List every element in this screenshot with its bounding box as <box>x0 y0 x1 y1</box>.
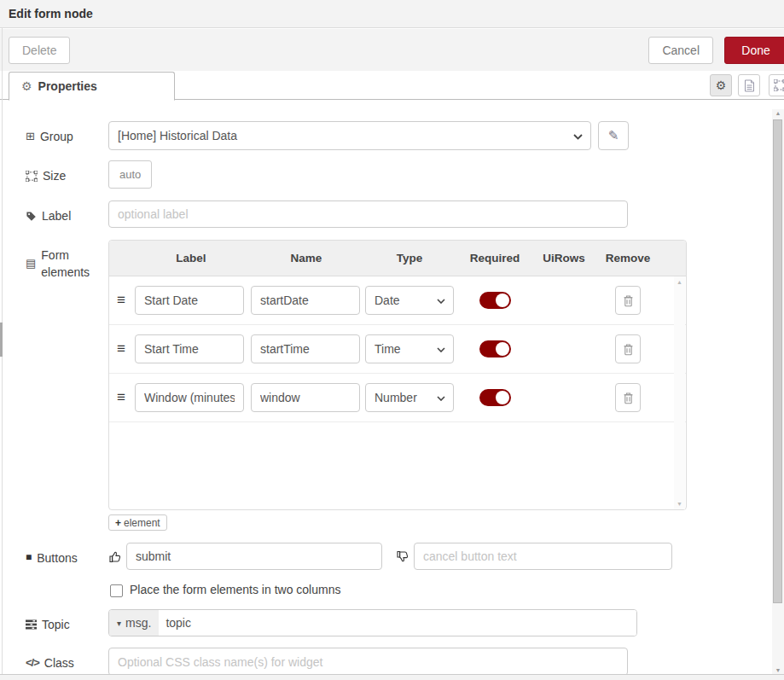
dialog-toolbar: Delete Cancel Done <box>0 29 784 71</box>
buttons-label: ■ Buttons <box>26 543 108 567</box>
element-name-input[interactable] <box>251 286 360 315</box>
list-scrollbar[interactable]: ▲ ▼ <box>674 276 685 509</box>
element-name-input[interactable] <box>251 383 360 412</box>
description-pane-button[interactable] <box>738 74 760 96</box>
required-toggle[interactable] <box>479 389 511 406</box>
scroll-up-icon[interactable]: ▲ <box>674 279 685 285</box>
size-row: Size auto <box>26 160 152 189</box>
plus-icon: + <box>115 517 121 529</box>
element-label-input[interactable] <box>135 383 244 412</box>
form-elements-list: ≡ Date <box>109 276 686 510</box>
object-group-icon <box>774 79 784 91</box>
dialog-title: Edit form node <box>0 0 784 20</box>
trash-icon <box>623 343 634 356</box>
topic-row: Topic ▾ msg. <box>26 609 637 636</box>
size-auto-button[interactable]: auto <box>108 160 152 189</box>
col-header-name: Name <box>249 252 363 264</box>
scrollbar-thumb[interactable] <box>773 119 782 603</box>
drag-handle-icon[interactable]: ≡ <box>109 292 133 309</box>
chevron-down-icon <box>437 347 445 352</box>
thumbs-up-icon <box>108 549 123 564</box>
chevron-down-icon <box>573 134 583 140</box>
topic-value-input[interactable] <box>159 610 636 636</box>
code-icon: </> <box>26 654 39 671</box>
object-group-icon <box>26 167 38 184</box>
size-label: Size <box>26 160 108 184</box>
scroll-up-icon[interactable]: ▲ <box>772 110 784 116</box>
done-button[interactable]: Done <box>724 37 784 64</box>
remove-element-button[interactable] <box>615 334 641 363</box>
dialog-scrollbar[interactable]: ▲ ▼ <box>772 109 784 674</box>
required-toggle[interactable] <box>479 292 511 309</box>
cancel-button-text-input[interactable] <box>414 543 672 570</box>
topic-typed-input: ▾ msg. <box>108 609 637 636</box>
list-alt-icon: ▤ <box>26 247 36 282</box>
col-header-required: Required <box>456 252 534 264</box>
topic-type-selector[interactable]: ▾ msg. <box>109 610 159 636</box>
required-toggle[interactable] <box>479 340 511 357</box>
col-header-label: Label <box>133 252 249 264</box>
form-element-row-3: ≡ Number <box>109 374 686 422</box>
label-input[interactable] <box>108 201 628 228</box>
element-type-select[interactable]: Time <box>365 334 454 363</box>
drag-handle-icon[interactable]: ≡ <box>109 340 133 357</box>
remove-element-button[interactable] <box>615 286 641 315</box>
tab-bar: ⚙ Properties ⚙ <box>0 72 784 100</box>
col-header-type: Type <box>363 252 456 264</box>
caret-down-icon: ▾ <box>117 619 121 628</box>
element-type-select[interactable]: Number <box>365 383 454 412</box>
label-label: Label <box>26 201 108 224</box>
class-input[interactable] <box>108 648 628 676</box>
thumbs-down-icon <box>396 549 410 564</box>
properties-pane-button[interactable]: ⚙ <box>710 74 732 96</box>
scroll-down-icon[interactable]: ▼ <box>674 501 685 507</box>
gear-icon: ⚙ <box>716 78 727 92</box>
two-columns-label: Place the form elements in two columns <box>130 583 340 596</box>
topic-label: Topic <box>26 609 108 633</box>
topic-type-label: msg. <box>125 616 151 630</box>
resize-handle[interactable] <box>0 323 3 357</box>
drag-handle-icon[interactable]: ≡ <box>109 389 133 406</box>
col-header-uirows: UiRows <box>534 252 594 264</box>
square-icon: ■ <box>26 549 32 567</box>
trash-icon <box>623 294 634 307</box>
edit-group-button[interactable]: ✎ <box>598 121 629 150</box>
dialog-header: Edit form node <box>0 0 784 28</box>
remove-element-button[interactable] <box>615 383 641 412</box>
add-element-button[interactable]: + element <box>108 514 167 531</box>
chevron-down-icon <box>437 396 445 401</box>
trash-icon <box>623 392 634 404</box>
scroll-down-icon[interactable]: ▼ <box>772 667 784 673</box>
group-label: ⊞ Group <box>26 121 108 145</box>
two-columns-checkbox[interactable] <box>110 584 123 597</box>
tasks-icon <box>26 616 37 633</box>
document-icon <box>744 79 755 92</box>
table-icon: ⊞ <box>26 128 35 145</box>
pencil-icon: ✎ <box>608 128 619 143</box>
chevron-down-icon <box>437 299 445 304</box>
dashboard-layout-button[interactable] <box>769 74 784 96</box>
form-element-row-1: ≡ Date <box>109 276 686 325</box>
class-row: </> Class <box>26 648 628 676</box>
element-name-input[interactable] <box>251 334 360 363</box>
element-label-input[interactable] <box>135 286 244 315</box>
element-type-select[interactable]: Date <box>365 286 454 315</box>
group-row: ⊞ Group [Home] Historical Data ✎ <box>26 121 629 150</box>
element-label-input[interactable] <box>135 334 244 363</box>
tab-properties[interactable]: ⚙ Properties <box>9 72 175 101</box>
group-select[interactable]: [Home] Historical Data <box>108 121 591 150</box>
form-elements-table-header: Label Name Type Required UiRows Remove <box>109 241 686 276</box>
form-elements-row: ▤ Form elements <box>26 240 102 282</box>
col-header-remove: Remove <box>594 252 662 264</box>
group-select-value: [Home] Historical Data <box>118 129 237 142</box>
tag-icon <box>26 207 37 224</box>
label-row: Label <box>26 201 628 228</box>
gear-icon: ⚙ <box>21 79 32 93</box>
delete-button[interactable]: Delete <box>9 37 70 64</box>
form-element-row-2: ≡ Time <box>109 325 686 374</box>
form-elements-label: ▤ Form elements <box>26 240 102 282</box>
submit-button-text-input[interactable] <box>126 543 382 570</box>
cancel-button[interactable]: Cancel <box>648 37 713 64</box>
buttons-row: ■ Buttons <box>26 543 672 570</box>
class-label: </> Class <box>26 648 108 671</box>
